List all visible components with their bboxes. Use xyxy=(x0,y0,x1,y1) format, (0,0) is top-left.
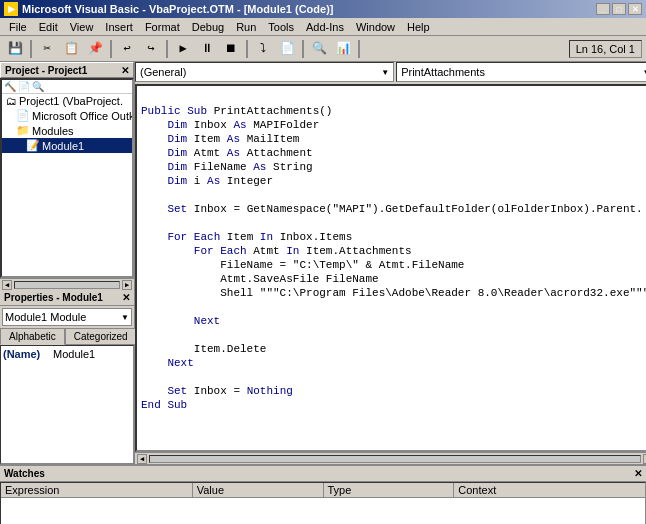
restore-button[interactable]: □ xyxy=(612,3,626,15)
tree-item-module1[interactable]: 📝 Module1 xyxy=(2,138,132,153)
menu-item-insert[interactable]: Insert xyxy=(100,20,138,34)
code-proc-arrow: ▼ xyxy=(642,68,646,77)
toolbar-cut-btn[interactable]: ✂ xyxy=(36,39,58,59)
menu-item-view[interactable]: View xyxy=(65,20,99,34)
toolbar-watch-btn[interactable]: 🔍 xyxy=(308,39,330,59)
code-general-dropdown[interactable]: (General) ▼ xyxy=(135,62,394,82)
project-panel-close[interactable]: ✕ xyxy=(121,65,129,76)
code-line-1: Public Sub PrintAttachments() xyxy=(141,104,646,118)
toolbar-undo-btn[interactable]: ↩ xyxy=(116,39,138,59)
code-line-11: For Each Atmt In Item.Attachments xyxy=(141,244,646,258)
properties-dropdown-value: Module1 Module xyxy=(5,311,86,323)
menu-item-edit[interactable]: Edit xyxy=(34,20,63,34)
menu-item-format[interactable]: Format xyxy=(140,20,185,34)
menu-item-add-ins[interactable]: Add-Ins xyxy=(301,20,349,34)
properties-panel-close[interactable]: ✕ xyxy=(122,292,130,303)
tree-item-project[interactable]: 🗂 Project1 (VbaProject. xyxy=(2,94,132,108)
title-bar-text: Microsoft Visual Basic - VbaProject.OTM … xyxy=(22,3,334,15)
watches-table: Expression Value Type Context xyxy=(0,482,646,524)
menu-item-run[interactable]: Run xyxy=(231,20,261,34)
minimize-button[interactable]: _ xyxy=(596,3,610,15)
menu-item-file[interactable]: File xyxy=(4,20,32,34)
scroll-track[interactable] xyxy=(14,281,120,289)
app-icon: ▶ xyxy=(4,2,18,16)
menu-item-window[interactable]: Window xyxy=(351,20,400,34)
code-general-value: (General) xyxy=(140,66,186,78)
toolbar-redo-btn[interactable]: ↪ xyxy=(140,39,162,59)
project-tree: 🔨 📄 🔍 🗂 Project1 (VbaProject. 📄 Microsof… xyxy=(0,78,134,278)
watches-title: Watches xyxy=(4,468,45,479)
tree-item-modules[interactable]: 📁 Modules xyxy=(2,123,132,138)
properties-panel-title: Properties - Module1 xyxy=(4,292,103,303)
close-button[interactable]: ✕ xyxy=(628,3,642,15)
watches-header: Watches ✕ xyxy=(0,466,646,482)
props-name-value: Module1 xyxy=(53,348,95,360)
cursor-status: Ln 16, Col 1 xyxy=(569,40,642,58)
code-line-15 xyxy=(141,300,646,314)
properties-dropdown-arrow: ▼ xyxy=(121,313,129,322)
watches-col-expression: Expression xyxy=(1,483,193,497)
code-line-23 xyxy=(141,412,646,426)
properties-tabs: Alphabetic Categorized xyxy=(0,328,134,345)
watches-close[interactable]: ✕ xyxy=(634,468,642,479)
code-line-13: Atmt.SaveAsFile FileName xyxy=(141,272,646,286)
code-line-9 xyxy=(141,216,646,230)
project-panel-title: Project - Project1 xyxy=(5,65,87,76)
props-name-label: (Name) xyxy=(3,348,53,360)
code-editor[interactable]: Public Sub PrintAttachments() Dim Inbox … xyxy=(135,84,646,452)
toolbar-copy-btn[interactable]: 📋 xyxy=(60,39,82,59)
toolbar-pause-btn[interactable]: ⏸ xyxy=(196,39,218,59)
code-line-16: Next xyxy=(141,314,646,328)
code-line-0 xyxy=(141,90,646,104)
code-line-5: Dim FileName As String xyxy=(141,160,646,174)
props-name-row: (Name) Module1 xyxy=(3,348,131,360)
code-line-6: Dim i As Integer xyxy=(141,174,646,188)
scroll-right-btn[interactable]: ▶ xyxy=(122,280,132,290)
code-line-4: Dim Atmt As Attachment xyxy=(141,146,646,160)
tab-categorized[interactable]: Categorized xyxy=(65,328,137,345)
code-line-20 xyxy=(141,370,646,384)
toolbar: 💾 ✂ 📋 📌 ↩ ↪ ▶ ⏸ ⏹ ⤵ 📄 🔍 📊 Ln 16, Col 1 xyxy=(0,36,646,62)
code-hscroll[interactable]: ◀ ▶ xyxy=(135,452,646,464)
tree-toolbar: 🔨 📄 🔍 xyxy=(2,80,132,94)
code-line-22: End Sub xyxy=(141,398,646,412)
toolbar-step-btn[interactable]: ⤵ xyxy=(252,39,274,59)
code-panel: (General) ▼ PrintAttachments ▼ Public Su… xyxy=(135,62,646,464)
toolbar-locals-btn[interactable]: 📊 xyxy=(332,39,354,59)
watches-table-header: Expression Value Type Context xyxy=(1,483,645,498)
code-scroll-track[interactable] xyxy=(149,455,641,463)
watches-panel: Watches ✕ Expression Value Type Context xyxy=(0,464,646,524)
code-line-2: Dim Inbox As MAPIFolder xyxy=(141,118,646,132)
watches-col-context: Context xyxy=(454,483,645,497)
code-general-arrow: ▼ xyxy=(381,68,389,77)
watches-col-type: Type xyxy=(324,483,455,497)
menu-item-debug[interactable]: Debug xyxy=(187,20,229,34)
toolbar-module-btn[interactable]: 📄 xyxy=(276,39,298,59)
code-line-10: For Each Item In Inbox.Items xyxy=(141,230,646,244)
project-hscroll[interactable]: ◀ ▶ xyxy=(0,278,134,290)
properties-dropdown-container: Module1 Module ▼ xyxy=(0,306,134,328)
properties-object-dropdown[interactable]: Module1 Module ▼ xyxy=(2,308,132,326)
code-line-12: FileName = "C:\Temp\" & Atmt.FileName xyxy=(141,258,646,272)
code-line-7 xyxy=(141,188,646,202)
tab-alphabetic[interactable]: Alphabetic xyxy=(0,328,65,345)
code-line-18: Item.Delete xyxy=(141,342,646,356)
watches-col-value: Value xyxy=(193,483,324,497)
tree-item-outlook[interactable]: 📄 Microsoft Office Outk xyxy=(2,108,132,123)
properties-content: (Name) Module1 xyxy=(0,345,134,464)
toolbar-run-btn[interactable]: ▶ xyxy=(172,39,194,59)
title-bar: ▶ Microsoft Visual Basic - VbaProject.OT… xyxy=(0,0,646,18)
code-proc-value: PrintAttachments xyxy=(401,66,485,78)
toolbar-save-btn[interactable]: 💾 xyxy=(4,39,26,59)
toolbar-paste-btn[interactable]: 📌 xyxy=(84,39,106,59)
code-line-14: Shell """C:\Program Files\Adobe\Reader 8… xyxy=(141,286,646,300)
scroll-left-btn[interactable]: ◀ xyxy=(2,280,12,290)
code-line-21: Set Inbox = Nothing xyxy=(141,384,646,398)
code-line-19: Next xyxy=(141,356,646,370)
menu-item-help[interactable]: Help xyxy=(402,20,435,34)
code-line-17 xyxy=(141,328,646,342)
toolbar-stop-btn[interactable]: ⏹ xyxy=(220,39,242,59)
menu-item-tools[interactable]: Tools xyxy=(263,20,299,34)
code-scroll-left-btn[interactable]: ◀ xyxy=(137,454,147,464)
code-proc-dropdown[interactable]: PrintAttachments ▼ xyxy=(396,62,646,82)
